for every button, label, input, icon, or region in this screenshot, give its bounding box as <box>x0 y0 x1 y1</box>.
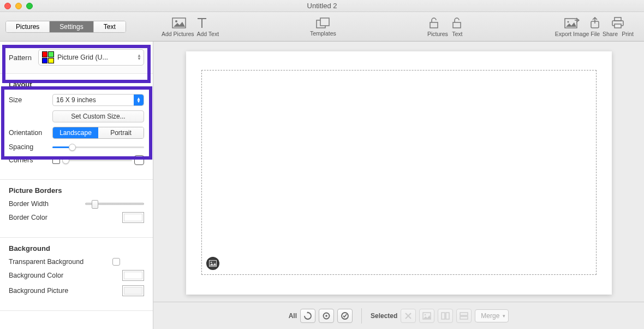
page-canvas[interactable] <box>186 51 612 295</box>
drop-zone[interactable] <box>201 70 597 275</box>
svg-rect-10 <box>615 17 621 21</box>
bottom-all-group: All <box>289 309 353 323</box>
print-label: Print <box>620 31 635 37</box>
svg-point-1 <box>175 20 177 22</box>
svg-rect-5 <box>453 22 461 28</box>
layout-section: Layout Size 16 X 9 inches ▲▼ Set Custom … <box>0 74 153 180</box>
svg-rect-11 <box>615 24 621 28</box>
border-width-slider[interactable] <box>85 203 144 205</box>
lock-pictures-label: Pictures <box>426 31 449 37</box>
select-arrow-icon: ▲▼ <box>134 95 144 105</box>
export-image-icon[interactable] <box>564 16 580 30</box>
svg-point-13 <box>210 262 212 263</box>
corners-min-icon <box>52 156 60 164</box>
image-placeholder-icon[interactable] <box>206 257 219 270</box>
bottom-selected-group: Selected Merge <box>371 309 509 323</box>
export-label: Export Image File <box>554 31 600 37</box>
pattern-grid-icon <box>42 51 54 63</box>
background-title: Background <box>9 244 144 252</box>
svg-point-15 <box>325 315 327 317</box>
svg-rect-22 <box>460 316 468 319</box>
transparent-bg-checkbox[interactable] <box>112 258 120 266</box>
lock-pictures-icon[interactable] <box>426 16 442 30</box>
rotate-each-button[interactable] <box>319 309 334 323</box>
corners-max-icon <box>134 155 144 165</box>
orientation-label: Orientation <box>9 129 52 137</box>
orientation-portrait[interactable]: Portrait <box>98 127 144 138</box>
tb-group-templates: Templates <box>310 17 336 37</box>
svg-rect-3 <box>320 18 329 26</box>
corners-label: Corners <box>9 156 52 164</box>
divider <box>361 308 362 324</box>
spacing-label: Spacing <box>9 143 52 151</box>
templates-label: Templates <box>310 30 336 37</box>
add-text-icon[interactable] <box>194 16 210 30</box>
tab-settings[interactable]: Settings <box>50 21 93 32</box>
svg-rect-4 <box>430 22 438 28</box>
pattern-dropdown[interactable]: Picture Grid (U... ▲▼ <box>38 49 144 66</box>
add-pictures-icon[interactable] <box>171 16 187 30</box>
orientation-landscape[interactable]: Landscape <box>53 127 98 138</box>
svg-rect-20 <box>446 313 449 319</box>
orientation-segmented: Landscape Portrait <box>52 127 144 139</box>
svg-rect-19 <box>442 313 445 319</box>
canvas-area <box>153 42 644 302</box>
background-picture-label: Background Picture <box>9 287 96 295</box>
layout-title: Layout <box>9 80 144 89</box>
background-section: Background Transparent Background Backgr… <box>0 238 153 311</box>
bottom-bar: All Selected Merge <box>153 302 644 329</box>
merge-dropdown[interactable]: Merge <box>475 309 509 322</box>
svg-point-7 <box>568 21 569 22</box>
print-icon[interactable] <box>610 16 625 30</box>
background-color-well[interactable] <box>122 270 144 281</box>
sidebar-tab-switcher: Pictures Settings Text <box>5 21 126 33</box>
updown-arrows-icon: ▲▼ <box>137 54 141 61</box>
svg-point-18 <box>425 314 426 315</box>
share-icon[interactable] <box>587 16 603 30</box>
share-label: Share <box>601 31 619 37</box>
templates-icon[interactable] <box>315 17 331 30</box>
background-color-label: Background Color <box>9 272 96 279</box>
apply-all-button[interactable] <box>337 309 353 323</box>
selected-label: Selected <box>371 312 397 320</box>
size-label: Size <box>9 96 52 104</box>
delete-selected-button[interactable] <box>401 309 416 323</box>
border-color-well[interactable] <box>122 212 144 223</box>
settings-sidebar: Pattern Picture Grid (U... ▲▼ Layout Siz… <box>0 42 153 329</box>
tb-group-export: Export Image File Share Print <box>554 16 635 37</box>
svg-rect-21 <box>460 313 468 315</box>
size-select[interactable]: 16 X 9 inches ▲▼ <box>52 94 144 106</box>
background-picture-well[interactable] <box>122 285 144 296</box>
border-width-label: Border Width <box>9 200 85 208</box>
spacing-slider[interactable] <box>52 146 144 148</box>
lock-text-icon[interactable] <box>449 16 464 30</box>
window-title: Untitled 2 <box>0 2 644 10</box>
borders-section: Picture Borders Border Width Border Colo… <box>0 180 153 238</box>
pattern-value: Picture Grid (U... <box>57 54 108 61</box>
border-color-label: Border Color <box>9 214 85 221</box>
titlebar: Untitled 2 <box>0 0 644 12</box>
all-label: All <box>289 312 297 320</box>
transparent-bg-label: Transparent Background <box>9 258 112 266</box>
tb-group-add: Add Pictures Add Text <box>161 16 220 37</box>
add-text-label: Add Text <box>196 31 220 37</box>
image-selected-button[interactable] <box>419 309 434 323</box>
corners-slider[interactable] <box>62 160 132 161</box>
tab-text[interactable]: Text <box>94 21 126 32</box>
rotate-all-button[interactable] <box>300 309 315 323</box>
split-v-button[interactable] <box>438 309 453 323</box>
tab-pictures[interactable]: Pictures <box>6 21 50 32</box>
tb-group-lock: Pictures Text <box>426 16 464 37</box>
borders-title: Picture Borders <box>9 186 144 195</box>
toolbar: Pictures Settings Text Add Pictures Add … <box>0 12 644 42</box>
size-value: 16 X 9 inches <box>56 96 96 104</box>
lock-text-label: Text <box>450 31 464 37</box>
add-pictures-label: Add Pictures <box>161 31 195 37</box>
set-custom-size-button[interactable]: Set Custom Size... <box>52 110 144 122</box>
pattern-label: Pattern <box>9 54 32 62</box>
split-h-button[interactable] <box>456 309 472 323</box>
pattern-row: Pattern Picture Grid (U... ▲▼ <box>0 42 153 74</box>
